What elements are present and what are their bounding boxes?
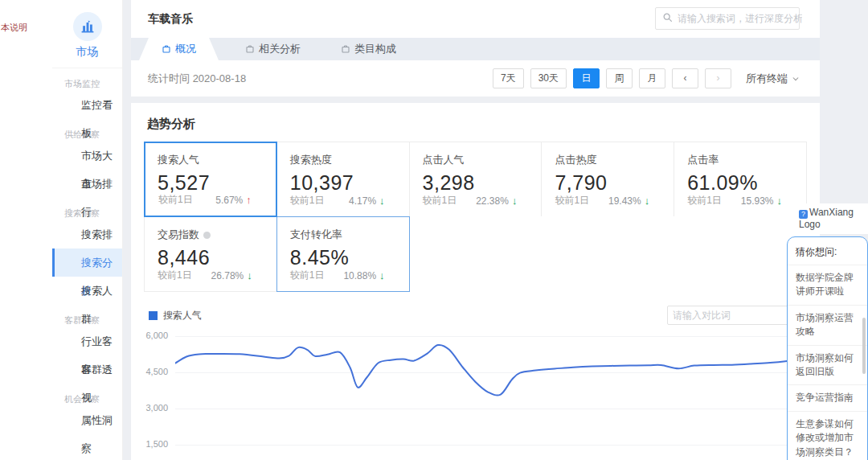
stat-time: 统计时间 2020-08-18 bbox=[148, 72, 246, 86]
empty-cell bbox=[541, 216, 674, 292]
assistant-logo[interactable]: ?WanXiang Logo bbox=[795, 203, 868, 234]
metric-label: 搜索人气 bbox=[158, 153, 264, 167]
toolbar: 统计时间 2020-08-18 7天 30天 日 周 月 ‹ › 所有终端 bbox=[131, 60, 820, 97]
chart-legend: 搜索人气 bbox=[149, 309, 202, 322]
sidebar-item-search-analysis[interactable]: 搜索分析 bbox=[52, 248, 122, 277]
metric-label: 交易指数 bbox=[158, 228, 264, 242]
left-annotation-text: 本说明 bbox=[1, 22, 27, 34]
metric-card-transaction-index[interactable]: 交易指数 8,446 较前1日 26.78% ↓ bbox=[144, 216, 277, 292]
range-day-button[interactable]: 日 bbox=[573, 68, 600, 88]
device-filter-dropdown[interactable]: 所有终端 bbox=[746, 72, 800, 86]
tab-related-analysis[interactable]: 相关分析 bbox=[231, 38, 314, 60]
metric-value: 61.09% bbox=[687, 171, 793, 195]
metric-value: 8,446 bbox=[158, 246, 264, 269]
sidebar-item-search-ranking[interactable]: 搜索排行 bbox=[52, 220, 122, 248]
tab-label: 概况 bbox=[175, 42, 196, 56]
sidebar-item-crowd-perspective[interactable]: 客群透视 bbox=[52, 355, 122, 384]
delta-value: 26.78% bbox=[211, 270, 244, 281]
stat-time-label: 统计时间 bbox=[148, 72, 190, 84]
compare-label: 较前1日 bbox=[555, 194, 589, 207]
metric-card-search-popularity[interactable]: 搜索人气 5,527 较前1日 5.67% ↑ bbox=[144, 142, 277, 217]
metric-label: 支付转化率 bbox=[290, 228, 396, 242]
chevron-down-icon bbox=[792, 75, 800, 83]
range-30d-button[interactable]: 30天 bbox=[530, 68, 567, 88]
sidebar-item-monitor-board[interactable]: 监控看板 bbox=[52, 91, 122, 119]
metric-card-click-popularity[interactable]: 点击人气 3,298 较前1日 22.38% ↓ bbox=[409, 142, 542, 217]
scrollbar-thumb[interactable] bbox=[862, 318, 866, 374]
sidebar-item-market-ranking[interactable]: 市场排行 bbox=[52, 170, 122, 198]
question-link[interactable]: 生意参谋如何修改或增加市场洞察类目？ bbox=[788, 411, 867, 460]
metric-card-payment-conversion[interactable]: 支付转化率 8.45% 较前1日 10.88% ↓ bbox=[276, 216, 410, 292]
delta: 22.38% ↓ bbox=[476, 194, 517, 207]
page: 本说明 市场 市场监控 监控看板 供给洞察 市场大盘 市场排行 搜索洞察 搜索排… bbox=[0, 0, 868, 460]
app-badge[interactable]: 市场 bbox=[52, 0, 122, 68]
range-7d-button[interactable]: 7天 bbox=[493, 68, 524, 88]
trend-line-svg bbox=[175, 327, 802, 460]
search-input[interactable] bbox=[678, 13, 802, 24]
delta-value: 10.88% bbox=[343, 270, 376, 281]
trend-line-chart: 6,000 4,500 3,000 1,500 bbox=[131, 327, 820, 460]
chart-header: 搜索人气 × bbox=[149, 306, 796, 325]
sidebar-item-attribute-insight[interactable]: 属性洞察 bbox=[52, 406, 122, 434]
range-month-button[interactable]: 月 bbox=[639, 68, 665, 88]
metric-cards: 搜索人气 5,527 较前1日 5.67% ↑ 搜索热度 10,397 较前1日 bbox=[145, 142, 807, 292]
tab-label: 相关分析 bbox=[259, 42, 301, 56]
info-icon[interactable] bbox=[203, 232, 211, 239]
tab-category-composition[interactable]: 类目构成 bbox=[327, 38, 410, 60]
question-link[interactable]: 数据学院金牌讲师开课啦 bbox=[788, 265, 867, 305]
delta: 4.17% ↓ bbox=[349, 194, 385, 207]
y-axis-tick: 6,000 bbox=[131, 331, 168, 340]
tab-overview[interactable]: 概况 bbox=[139, 38, 219, 60]
header-band: 车载音乐 bbox=[131, 0, 820, 38]
compare-word-input[interactable] bbox=[673, 310, 797, 321]
metric-label: 点击人气 bbox=[423, 153, 529, 167]
range-week-button[interactable]: 周 bbox=[606, 68, 633, 88]
sidebar-menu: 市场监控 监控看板 供给洞察 市场大盘 市场排行 搜索洞察 搜索排行 搜索分析 … bbox=[52, 78, 122, 434]
delta-value: 22.38% bbox=[476, 195, 509, 207]
metric-card-click-heat[interactable]: 点击热度 7,790 较前1日 19.43% ↓ bbox=[541, 142, 674, 217]
compare-label: 较前1日 bbox=[687, 194, 722, 207]
question-link[interactable]: 竞争运营指南 bbox=[788, 384, 867, 410]
metric-value: 7,790 bbox=[555, 171, 661, 195]
delta: 10.88% ↓ bbox=[343, 269, 384, 282]
down-arrow-icon: ↓ bbox=[512, 195, 518, 207]
briefcase-icon bbox=[162, 44, 171, 54]
metric-value: 8.45% bbox=[290, 246, 396, 269]
metric-value: 5,527 bbox=[158, 171, 264, 195]
compare-label: 较前1日 bbox=[290, 269, 325, 282]
search-box[interactable] bbox=[655, 7, 800, 30]
briefcase-icon bbox=[245, 44, 255, 54]
compare-word-box[interactable]: × bbox=[667, 306, 796, 325]
question-link[interactable]: 市场洞察如何返回旧版 bbox=[788, 345, 867, 385]
delta: 15.93% ↓ bbox=[741, 194, 782, 207]
next-date-button[interactable]: › bbox=[705, 68, 731, 88]
tab-bar: 概况 相关分析 类目构成 bbox=[131, 38, 820, 60]
guess-questions-panel: 猜你想问: 数据学院金牌讲师开课啦 市场洞察运营攻略 市场洞察如何返回旧版 竞争… bbox=[787, 236, 868, 460]
delta-value: 4.17% bbox=[349, 195, 376, 207]
sidebar-item-industry-crowd[interactable]: 行业客群 bbox=[52, 327, 122, 355]
metric-card-search-heat[interactable]: 搜索热度 10,397 较前1日 4.17% ↓ bbox=[276, 142, 410, 217]
y-axis-tick: 1,500 bbox=[131, 439, 168, 449]
y-axis-tick: 3,000 bbox=[131, 403, 168, 413]
sidebar-item-search-crowd[interactable]: 搜索人群 bbox=[52, 277, 122, 305]
down-arrow-icon: ↓ bbox=[379, 195, 385, 207]
device-filter-label: 所有终端 bbox=[746, 72, 788, 86]
sidebar-item-market-overview[interactable]: 市场大盘 bbox=[52, 142, 122, 170]
compare-label: 较前1日 bbox=[290, 194, 325, 207]
metric-label-text: 交易指数 bbox=[158, 228, 199, 242]
assistant-widget: ?WanXiang Logo 猜你想问: 数据学院金牌讲师开课啦 市场洞察运营攻… bbox=[787, 203, 868, 460]
delta: 19.43% ↓ bbox=[608, 194, 649, 207]
delta-value: 19.43% bbox=[608, 195, 641, 207]
legend-label: 搜索人气 bbox=[163, 309, 202, 322]
metric-value: 3,298 bbox=[423, 171, 529, 195]
question-link[interactable]: 市场洞察运营攻略 bbox=[788, 305, 867, 345]
legend-swatch bbox=[149, 311, 158, 320]
broken-image-icon: ? bbox=[799, 210, 808, 219]
compare-label: 较前1日 bbox=[158, 269, 192, 282]
prev-date-button[interactable]: ‹ bbox=[672, 68, 698, 88]
tab-label: 类目构成 bbox=[354, 42, 396, 56]
search-icon bbox=[662, 11, 673, 26]
bar-chart-icon bbox=[73, 12, 102, 41]
panel-title: 猜你想问: bbox=[788, 237, 867, 265]
y-axis-tick: 4,500 bbox=[131, 367, 168, 376]
